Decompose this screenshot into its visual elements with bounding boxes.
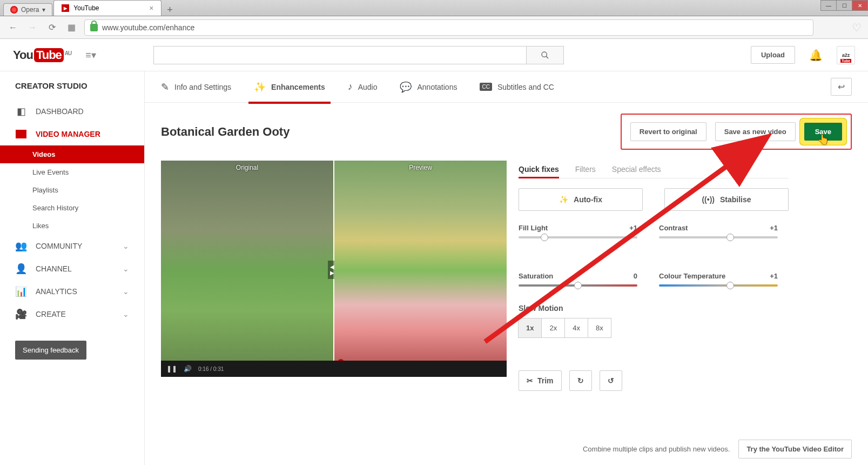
tab-audio[interactable]: ♪ Audio [348, 71, 378, 102]
back-nav-icon[interactable]: ← [6, 21, 19, 34]
url-text: www.youtube.com/enhance [102, 23, 194, 32]
save-as-new-button[interactable]: Save as new video [715, 122, 796, 141]
autofix-label: Auto-fix [574, 195, 602, 204]
upload-button[interactable]: Upload [751, 46, 795, 64]
revert-button[interactable]: Revert to original [630, 122, 706, 141]
svg-line-1 [546, 56, 548, 58]
cursor-pointer-icon: 👆 [817, 134, 829, 145]
opera-menu-tab[interactable]: Opera ▾ [3, 3, 52, 16]
trim-button[interactable]: ✂ Trim [519, 370, 562, 391]
rotate-right-button[interactable]: ↻ [569, 370, 592, 391]
title-row: Botanical Garden Ooty Revert to original… [145, 103, 868, 161]
sidebar-item-community[interactable]: 👥 COMMUNITY ⌄ [0, 235, 144, 257]
tab-title: YouTube [73, 4, 99, 12]
wand-icon: ✨ [559, 195, 568, 204]
logo-you: You [13, 48, 33, 62]
rotate-right-icon: ↻ [577, 376, 584, 385]
tab-annotations[interactable]: 💬 Annotations [400, 71, 457, 102]
tab-info-settings[interactable]: ✎ Info and Settings [161, 71, 231, 102]
stabilise-button[interactable]: ((•)) Stabilise [664, 188, 789, 211]
panel-tabs: Quick fixes Filters Special effects [519, 161, 789, 178]
time-display: 0:16 / 0:31 [198, 366, 224, 372]
url-field[interactable]: www.youtube.com/enhance [84, 19, 813, 36]
opera-logo-icon [10, 6, 18, 14]
sidebar-label: DASHBOARD [36, 107, 84, 116]
new-tab-button[interactable]: + [162, 4, 178, 16]
creator-sidebar: CREATOR STUDIO ◧ DASHBOARD VIDEO MANAGER… [0, 71, 145, 465]
save-button[interactable]: Save 👆 [804, 123, 842, 141]
video-player[interactable]: Original ◀ ▶ Preview ❚❚ 🔊 0:16 / 0:31 [161, 161, 507, 377]
slider-track[interactable] [519, 284, 637, 287]
return-button[interactable]: ↩ [831, 78, 852, 96]
player-controls: ❚❚ 🔊 0:16 / 0:31 [161, 361, 507, 377]
slider-value: +1 [629, 224, 637, 232]
maximize-button[interactable]: ☐ [836, 0, 852, 11]
volume-icon[interactable]: 🔊 [184, 365, 192, 373]
slider-track[interactable] [519, 236, 637, 238]
wand-icon: ✨ [254, 81, 266, 93]
speed-1x[interactable]: 1x [518, 318, 542, 338]
reload-icon[interactable]: ⟳ [45, 21, 58, 34]
sidebar-item-video-manager[interactable]: VIDEO MANAGER [0, 123, 144, 145]
forward-nav-icon[interactable]: → [26, 21, 39, 34]
guide-menu-icon[interactable]: ≡▾ [82, 49, 99, 61]
sub-item-videos[interactable]: Videos [0, 145, 144, 163]
rotate-left-button[interactable]: ↺ [600, 370, 622, 391]
channel-icon: 👤 [15, 263, 27, 275]
sub-item-playlists[interactable]: Playlists [0, 181, 144, 199]
window-controls: — ☐ ✕ [821, 0, 868, 11]
avatar-text-top: a2z [842, 52, 850, 58]
sidebar-item-channel[interactable]: 👤 CHANNEL ⌄ [0, 257, 144, 280]
trim-label: Trim [537, 376, 554, 385]
try-editor-button[interactable]: Try the YouTube Video Editor [738, 440, 852, 459]
slider-track[interactable] [659, 284, 778, 287]
chevron-down-icon: ⌄ [123, 264, 129, 273]
scissors-icon: ✂ [527, 376, 533, 385]
slider-label: Fill Light [519, 224, 548, 232]
sidebar-item-dashboard[interactable]: ◧ DASHBOARD [0, 100, 144, 123]
player-preview-pane: Preview [334, 161, 507, 361]
bookmark-heart-icon[interactable]: ♡ [852, 21, 862, 34]
sidebar-item-create[interactable]: 🎥 CREATE ⌄ [0, 303, 144, 326]
close-tab-icon[interactable]: × [149, 4, 153, 12]
speed-8x[interactable]: 8x [588, 318, 611, 338]
tab-enhancements[interactable]: ✨ Enhancements [254, 71, 325, 102]
notifications-icon[interactable]: 🔔 [809, 49, 823, 62]
logo-region: AU [65, 50, 71, 56]
slider-track[interactable] [659, 236, 778, 238]
feedback-button[interactable]: Sending feedback [15, 341, 86, 360]
autofix-button[interactable]: ✨ Auto-fix [519, 188, 643, 211]
minimize-button[interactable]: — [820, 0, 837, 11]
search-input[interactable] [153, 46, 526, 64]
sub-item-search-history[interactable]: Search History [0, 199, 144, 217]
sub-item-likes[interactable]: Likes [0, 217, 144, 235]
video-manager-submenu: Videos Live Events Playlists Search Hist… [0, 145, 144, 235]
slider-value: 0 [634, 272, 637, 280]
video-manager-icon [15, 128, 27, 140]
sidebar-item-analytics[interactable]: 📊 ANALYTICS ⌄ [0, 280, 144, 303]
close-window-button[interactable]: ✕ [852, 0, 868, 11]
account-avatar[interactable]: a2z Tube [837, 46, 855, 64]
speed-2x[interactable]: 2x [541, 318, 565, 338]
return-arrow-icon: ↩ [838, 82, 845, 91]
sub-item-live-events[interactable]: Live Events [0, 163, 144, 181]
speed-dial-icon[interactable]: ▦ [65, 21, 78, 34]
search-button[interactable] [526, 46, 564, 64]
browser-tab-youtube[interactable]: ▶ YouTube × [53, 0, 162, 16]
subtab-quick-fixes[interactable]: Quick fixes [519, 161, 559, 178]
content-area: ✎ Info and Settings ✨ Enhancements ♪ Aud… [145, 71, 868, 465]
opera-label: Opera [21, 6, 39, 14]
dropdown-icon: ▾ [42, 6, 45, 14]
slow-motion-label: Slow Motion [519, 304, 789, 313]
sidebar-label: CREATE [36, 310, 66, 318]
subtab-filters[interactable]: Filters [575, 161, 596, 178]
svg-point-0 [542, 52, 547, 57]
pause-icon[interactable]: ❚❚ [166, 365, 177, 373]
tab-subtitles[interactable]: CC Subtitles and CC [480, 71, 554, 102]
subtab-special-effects[interactable]: Special effects [612, 161, 661, 178]
rotate-left-icon: ↺ [608, 376, 614, 385]
speed-4x[interactable]: 4x [564, 318, 588, 338]
youtube-logo[interactable]: You Tube AU [13, 48, 71, 62]
sidebar-label: ANALYTICS [36, 287, 77, 296]
logo-tube: Tube [34, 48, 64, 62]
